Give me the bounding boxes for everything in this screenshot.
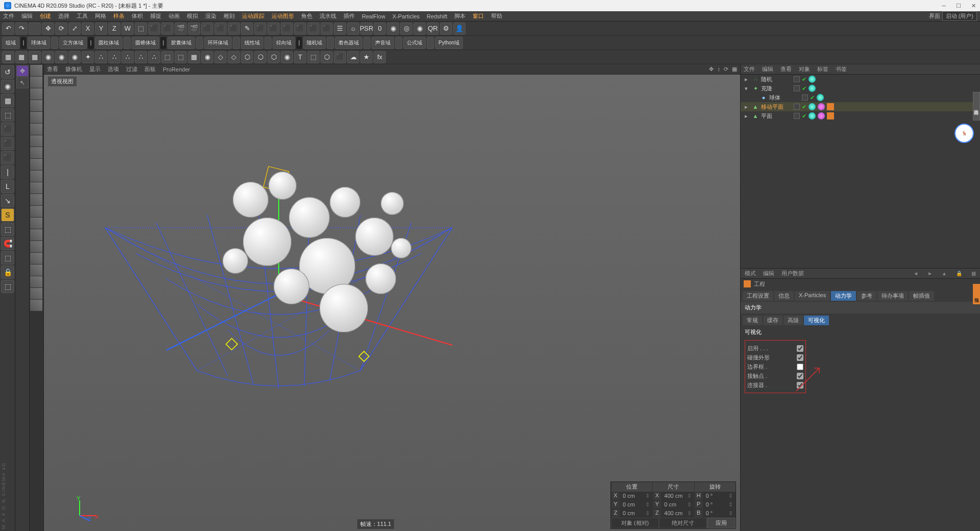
menu-编辑[interactable]: 编辑 xyxy=(21,12,33,20)
toolbar-button[interactable]: ⬛ xyxy=(228,22,240,35)
menu-动画[interactable]: 动画 xyxy=(168,12,180,20)
attr-sub2tab[interactable]: 缓存 xyxy=(763,316,782,325)
palette-swatch[interactable] xyxy=(30,182,42,194)
toolbar-button[interactable]: 👤 xyxy=(453,22,465,35)
toolbar-button[interactable]: ⟳ xyxy=(55,22,67,35)
toolbar-button[interactable]: 随机域 xyxy=(303,37,326,49)
menu-RealFlow[interactable]: RealFlow xyxy=(362,13,385,19)
left-tool[interactable]: ⬚ xyxy=(1,251,14,264)
palette-swatch[interactable] xyxy=(30,100,42,111)
toolbar-button[interactable]: 🎬 xyxy=(175,22,187,35)
toolbar-button[interactable]: ◇ xyxy=(214,51,227,63)
attr-lock-icon[interactable]: 🔒 xyxy=(956,271,962,276)
menu-流水线[interactable]: 流水线 xyxy=(320,12,336,20)
minimize-button[interactable]: ─ xyxy=(942,3,946,9)
toolbar-button[interactable]: Python域 xyxy=(435,37,463,49)
toolbar-button[interactable] xyxy=(29,22,41,35)
tag-icon[interactable] xyxy=(818,103,825,110)
mode-select[interactable]: ↖ xyxy=(16,77,29,88)
attr-checkbox[interactable] xyxy=(797,354,803,361)
toolbar-button[interactable]: 公式域 xyxy=(403,37,426,49)
attr-subtab[interactable]: 待办事项 xyxy=(877,291,908,301)
toolbar-button[interactable]: ⬚ xyxy=(135,22,147,35)
toolbar-button[interactable]: | xyxy=(160,37,166,49)
visibility-toggle[interactable] xyxy=(794,85,800,91)
toolbar-button[interactable] xyxy=(327,37,334,49)
menu-运动跟踪[interactable]: 运动跟踪 xyxy=(242,12,264,20)
tag-icon[interactable] xyxy=(808,112,816,119)
toolbar-button[interactable]: ◉ xyxy=(387,22,399,35)
left-tool[interactable]: ⬛ xyxy=(1,151,14,164)
attr-subtab[interactable]: 帧插值 xyxy=(909,291,934,301)
palette-swatch[interactable] xyxy=(30,88,42,100)
palette-swatch[interactable] xyxy=(30,300,42,311)
palette-swatch[interactable] xyxy=(30,171,42,182)
obj-row-平面[interactable]: ▸ ▲ 平面 ✔ xyxy=(741,111,980,120)
toolbar-button[interactable]: ☰ xyxy=(334,22,346,35)
left-tool[interactable]: ⬚ xyxy=(1,108,14,122)
toolbar-button[interactable]: ⬛ xyxy=(281,22,293,35)
toolbar-button[interactable]: ▦ xyxy=(188,51,200,63)
toolbar-button[interactable]: ◉ xyxy=(42,51,54,63)
vp-zoom-icon[interactable]: ↕ xyxy=(717,66,720,72)
palette-swatch[interactable] xyxy=(30,135,42,147)
menu-工具[interactable]: 工具 xyxy=(77,12,88,20)
toolbar-button[interactable]: ⬡ xyxy=(321,51,333,63)
menu-Redshift[interactable]: Redshift xyxy=(427,13,447,19)
vp-menu-item[interactable]: 选项 xyxy=(108,65,119,73)
visibility-toggle[interactable] xyxy=(802,94,808,101)
attr-nav-prev-icon[interactable]: ◄ xyxy=(913,271,918,276)
palette-swatch[interactable] xyxy=(30,241,42,252)
toolbar-button[interactable] xyxy=(196,37,203,49)
toolbar-button[interactable]: ✦ xyxy=(82,51,94,63)
vp-layout-icon[interactable]: ▦ xyxy=(732,66,737,72)
viewport[interactable]: 透视视图 xyxy=(44,75,740,531)
toolbar-button[interactable]: ⬛ xyxy=(214,22,227,35)
menu-帮助[interactable]: 帮助 xyxy=(491,12,502,20)
obj-tab[interactable]: 书签 xyxy=(836,65,847,73)
vp-menu-item[interactable]: ProRender xyxy=(163,66,190,73)
toolbar-button[interactable]: 径向域 xyxy=(273,37,295,49)
toolbar-button[interactable]: ∴ xyxy=(108,51,120,63)
close-button[interactable]: ✕ xyxy=(971,3,976,9)
toolbar-button[interactable]: PSR xyxy=(360,22,373,35)
menu-选择[interactable]: 选择 xyxy=(58,12,69,20)
left-tool[interactable]: S xyxy=(1,208,14,222)
toolbar-button[interactable]: 立方体域 xyxy=(59,37,87,49)
toolbar-button[interactable]: ⬡ xyxy=(241,51,253,63)
coord-rot-field[interactable]: 0 °⇕ xyxy=(703,500,736,509)
menu-插件[interactable]: 插件 xyxy=(344,12,355,20)
toolbar-button[interactable]: fx xyxy=(374,51,386,63)
palette-swatch[interactable] xyxy=(30,288,42,299)
visibility-toggle[interactable] xyxy=(794,76,800,82)
toolbar-button[interactable]: ⬚ xyxy=(307,51,320,63)
menu-创建[interactable]: 创建 xyxy=(40,12,51,20)
toolbar-button[interactable]: ✎ xyxy=(241,22,253,35)
attr-sub2tab[interactable]: 可视化 xyxy=(804,316,829,325)
menu-体积[interactable]: 体积 xyxy=(132,12,143,20)
toolbar-button[interactable]: ◎ xyxy=(400,22,412,35)
tag-icon[interactable] xyxy=(808,103,816,110)
attr-subtab[interactable]: 参考 xyxy=(857,291,876,301)
menu-窗口[interactable]: 窗口 xyxy=(473,12,484,20)
palette-swatch[interactable] xyxy=(30,194,42,205)
attr-subtab[interactable]: X-Particles xyxy=(795,291,830,301)
left-tool[interactable]: | xyxy=(1,165,14,179)
layout-selector[interactable]: 界面 启动 (用户) xyxy=(929,11,977,21)
obj-tab[interactable]: 对象 xyxy=(799,65,810,73)
left-tool[interactable]: ⬛ xyxy=(1,123,14,136)
toolbar-button[interactable]: ⬛ xyxy=(161,22,174,35)
palette-swatch[interactable] xyxy=(30,276,42,287)
layout-value[interactable]: 启动 (用户) xyxy=(942,11,977,21)
toolbar-button[interactable]: W xyxy=(121,22,134,35)
left-tool[interactable]: 🧲 xyxy=(1,237,14,250)
palette-swatch[interactable] xyxy=(30,65,42,76)
mode-move[interactable]: ✥ xyxy=(16,65,29,77)
toolbar-button[interactable]: ↷ xyxy=(15,22,28,35)
toolbar-button[interactable] xyxy=(124,37,131,49)
attr-tab[interactable]: 模式 xyxy=(745,270,756,277)
left-tool[interactable]: ⬚ xyxy=(1,280,14,293)
toolbar-button[interactable]: 圆柱体域 xyxy=(95,37,122,49)
obj-row-移动平面[interactable]: ▸ ▲ 移动平面 ✔ xyxy=(741,102,980,111)
attr-nav-next-icon[interactable]: ► xyxy=(927,271,933,276)
